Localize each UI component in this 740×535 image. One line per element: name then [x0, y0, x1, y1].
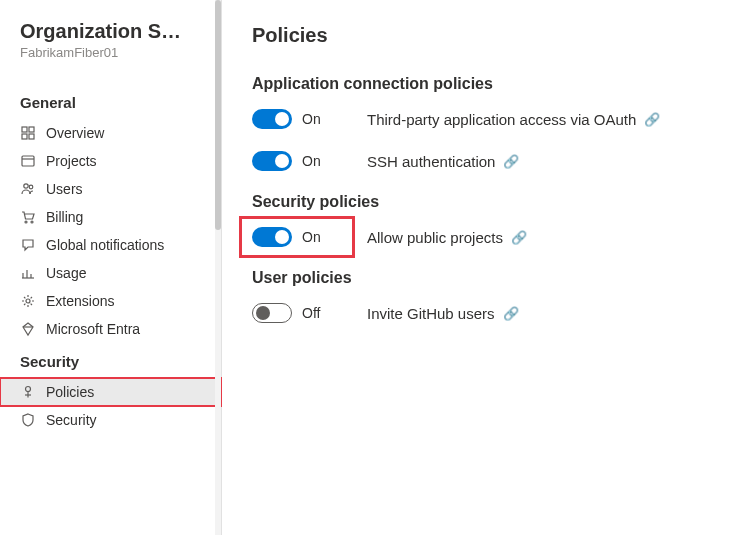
svg-rect-4 — [22, 156, 34, 166]
policy-text: SSH authentication — [367, 153, 495, 170]
page-title: Policies — [252, 24, 720, 47]
entra-icon — [20, 321, 36, 337]
svg-rect-1 — [29, 127, 34, 132]
sidebar-item-projects[interactable]: Projects — [0, 147, 221, 175]
toggle-state-label: Off — [302, 305, 320, 321]
link-icon[interactable]: 🔗 — [511, 230, 527, 245]
policy-label-ssh: SSH authentication 🔗 — [367, 153, 519, 170]
policy-section-security: Security policies — [252, 193, 720, 211]
toggle-public-projects-wrap: On — [242, 219, 352, 255]
sidebar-item-policies[interactable]: Policies — [0, 378, 221, 406]
policy-row-public-projects: On Allow public projects 🔗 — [252, 227, 720, 247]
sidebar-item-label: Billing — [46, 209, 83, 225]
shield-icon — [20, 412, 36, 428]
toggle-state-label: On — [302, 111, 321, 127]
extensions-icon — [20, 293, 36, 309]
policy-label-public-projects: Allow public projects 🔗 — [367, 229, 527, 246]
sidebar-item-label: Projects — [46, 153, 97, 169]
policy-icon — [20, 384, 36, 400]
chart-icon — [20, 265, 36, 281]
toggle-knob — [275, 230, 289, 244]
sidebar-item-label: Policies — [46, 384, 94, 400]
sidebar-item-billing[interactable]: Billing — [0, 203, 221, 231]
sidebar-item-usage[interactable]: Usage — [0, 259, 221, 287]
toggle-ssh-wrap: On — [252, 151, 367, 171]
svg-point-7 — [29, 185, 33, 189]
svg-point-8 — [25, 221, 27, 223]
sidebar-item-label: Overview — [46, 125, 104, 141]
link-icon[interactable]: 🔗 — [503, 306, 519, 321]
toggle-ssh[interactable] — [252, 151, 292, 171]
chat-icon — [20, 237, 36, 253]
toggle-state-label: On — [302, 229, 321, 245]
toggle-knob — [275, 154, 289, 168]
policy-text: Invite GitHub users — [367, 305, 495, 322]
link-icon[interactable]: 🔗 — [644, 112, 660, 127]
sidebar-item-global-notifications[interactable]: Global notifications — [0, 231, 221, 259]
policy-row-ssh: On SSH authentication 🔗 — [252, 151, 720, 171]
folder-icon — [20, 153, 36, 169]
sidebar-item-overview[interactable]: Overview — [0, 119, 221, 147]
policy-row-invite-github: Off Invite GitHub users 🔗 — [252, 303, 720, 323]
svg-rect-3 — [29, 134, 34, 139]
sidebar-item-label: Extensions — [46, 293, 114, 309]
section-header-security: Security — [0, 343, 221, 378]
toggle-public-projects[interactable] — [252, 227, 292, 247]
sidebar-item-label: Global notifications — [46, 237, 164, 253]
scrollbar-thumb[interactable] — [215, 0, 221, 230]
svg-point-16 — [26, 387, 31, 392]
svg-rect-2 — [22, 134, 27, 139]
policy-text: Third-party application access via OAuth — [367, 111, 636, 128]
sidebar-item-security[interactable]: Security — [0, 406, 221, 434]
grid-icon — [20, 125, 36, 141]
sidebar-title: Organization S… — [0, 20, 221, 45]
policy-label-invite-github: Invite GitHub users 🔗 — [367, 305, 519, 322]
toggle-oauth[interactable] — [252, 109, 292, 129]
toggle-invite-github-wrap: Off — [252, 303, 367, 323]
sidebar-item-users[interactable]: Users — [0, 175, 221, 203]
sidebar-item-microsoft-entra[interactable]: Microsoft Entra — [0, 315, 221, 343]
link-icon[interactable]: 🔗 — [503, 154, 519, 169]
sidebar: Organization S… FabrikamFiber01 General … — [0, 0, 222, 535]
sidebar-item-label: Users — [46, 181, 83, 197]
toggle-oauth-wrap: On — [252, 109, 367, 129]
policy-row-oauth: On Third-party application access via OA… — [252, 109, 720, 129]
policy-section-user: User policies — [252, 269, 720, 287]
sidebar-scrollbar[interactable] — [215, 0, 221, 535]
toggle-knob — [275, 112, 289, 126]
toggle-state-label: On — [302, 153, 321, 169]
svg-point-9 — [31, 221, 33, 223]
policy-label-oauth: Third-party application access via OAuth… — [367, 111, 660, 128]
sidebar-item-label: Microsoft Entra — [46, 321, 140, 337]
sidebar-item-label: Usage — [46, 265, 86, 281]
users-icon — [20, 181, 36, 197]
policy-section-app-connection: Application connection policies — [252, 75, 720, 93]
svg-point-14 — [26, 299, 30, 303]
section-header-general: General — [0, 84, 221, 119]
svg-point-6 — [24, 184, 28, 188]
sidebar-subtitle: FabrikamFiber01 — [0, 45, 221, 84]
main-content: Policies Application connection policies… — [222, 0, 740, 535]
toggle-invite-github[interactable] — [252, 303, 292, 323]
sidebar-item-label: Security — [46, 412, 97, 428]
sidebar-item-extensions[interactable]: Extensions — [0, 287, 221, 315]
policy-text: Allow public projects — [367, 229, 503, 246]
toggle-knob — [256, 306, 270, 320]
svg-rect-0 — [22, 127, 27, 132]
cart-icon — [20, 209, 36, 225]
